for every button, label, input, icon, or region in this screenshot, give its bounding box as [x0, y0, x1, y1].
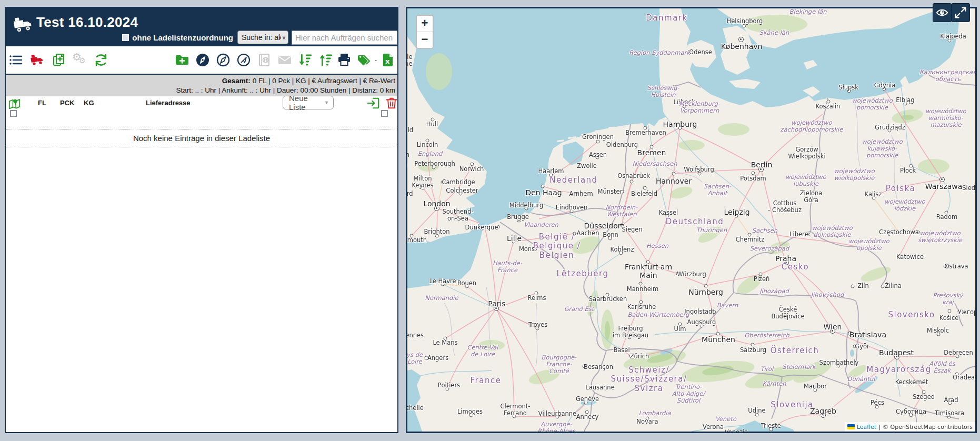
city-marker: [956, 355, 959, 358]
map-canvas[interactable]: DanmarkNederlandBelgië / Belgique / Belg…: [407, 8, 975, 432]
capital-marker: [939, 177, 945, 182]
truck-logo-icon: [12, 15, 35, 36]
address-book-icon: [256, 52, 273, 68]
city-marker: [853, 345, 857, 348]
city-marker: [683, 105, 686, 108]
city-marker: [752, 172, 755, 175]
import-to-list-icon[interactable]: [367, 96, 381, 112]
select-all-checkbox[interactable]: [10, 110, 17, 117]
capital-marker: [848, 331, 853, 336]
city-marker: [621, 224, 624, 227]
panel-header: Test 16.10.2024 ohne Ladelistenzuordnung…: [6, 8, 397, 46]
city-marker: [948, 309, 952, 313]
route-summary: Start: .. : Uhr | Ankunft: .. : Uhr | Da…: [6, 86, 395, 95]
empty-list-message: Noch keine Einträge in dieser Ladeliste: [6, 129, 397, 147]
truck-list-icon[interactable]: [29, 52, 46, 68]
sort-descending-icon[interactable]: [297, 52, 314, 68]
without-list-assignment-checkbox[interactable]: [122, 34, 129, 41]
city-marker: [471, 163, 474, 166]
city-marker: [769, 428, 773, 432]
capital-marker: [494, 306, 499, 311]
map-visibility-eye-button[interactable]: [933, 3, 952, 22]
city-marker: [536, 327, 539, 330]
zoom-out-button[interactable]: −: [417, 32, 433, 48]
capital-marker: [434, 206, 439, 211]
city-marker: [573, 232, 576, 236]
city-marker: [639, 282, 643, 286]
city-marker: [676, 272, 680, 276]
city-marker: [549, 174, 553, 177]
navigate-icon[interactable]: [235, 52, 252, 68]
city-marker: [759, 273, 763, 276]
row-select-checkbox[interactable]: [381, 110, 388, 117]
search-input[interactable]: [292, 31, 397, 45]
city-marker: [517, 219, 521, 223]
city-marker: [639, 300, 643, 304]
tags-icon[interactable]: [355, 52, 372, 68]
email-icon: [276, 52, 293, 68]
totals-summary: Gesamt: 0 FL | 0 Pck | KG | € Auftragswe…: [6, 75, 397, 96]
list-menu-icon[interactable]: [7, 52, 24, 68]
compass-outline-icon[interactable]: [215, 52, 232, 68]
print-icon[interactable]: [336, 52, 353, 68]
map-fullscreen-button[interactable]: [951, 3, 970, 22]
capital-marker: [758, 167, 764, 172]
city-marker: [837, 364, 841, 368]
capital-marker: [894, 354, 899, 359]
city-marker: [606, 293, 609, 297]
ukraine-flag-icon: [847, 424, 855, 429]
city-marker: [688, 50, 692, 54]
table-header: FL PCK KG Lieferadresse Neue Liste▼: [6, 96, 397, 129]
city-marker: [872, 196, 876, 200]
city-marker: [947, 415, 951, 419]
city-marker: [421, 186, 425, 190]
toolbar-dash: -: [375, 56, 377, 64]
city-marker: [644, 126, 647, 130]
chevron-down-icon: ∨: [282, 35, 286, 41]
loading-list-panel: Test 16.10.2024 ohne Ladelistenzuordnung…: [5, 7, 398, 433]
list-selector-dropdown[interactable]: Neue Liste▼: [283, 96, 334, 109]
city-marker: [945, 211, 948, 215]
city-marker: [646, 260, 650, 264]
zoom-in-button[interactable]: +: [417, 16, 433, 32]
city-marker: [948, 402, 952, 405]
leaflet-link[interactable]: Leaflet: [857, 424, 876, 430]
city-marker: [630, 180, 634, 184]
city-marker: [541, 185, 545, 188]
city-marker: [629, 355, 633, 358]
city-marker: [875, 405, 879, 409]
city-marker: [570, 192, 574, 196]
city-marker: [585, 410, 589, 414]
city-marker: [535, 292, 538, 295]
city-marker: [459, 192, 463, 196]
capital-marker: [830, 328, 835, 334]
excel-export-icon[interactable]: x: [379, 52, 396, 68]
map-panel: DanmarkNederlandBelgië / Belgique / Belg…: [406, 7, 977, 433]
city-marker: [534, 247, 537, 251]
city-marker: [904, 102, 907, 106]
sort-ascending-icon[interactable]: [317, 52, 334, 68]
city-marker: [628, 336, 632, 339]
folder-add-icon[interactable]: [174, 52, 191, 68]
city-marker: [851, 285, 855, 288]
city-marker: [650, 145, 654, 149]
city-marker: [596, 156, 599, 159]
city-marker: [496, 225, 500, 229]
capital-marker: [821, 413, 826, 418]
city-marker: [698, 172, 702, 176]
city-marker: [446, 387, 449, 391]
city-marker: [883, 87, 886, 91]
compass-filled-icon[interactable]: [194, 52, 211, 68]
city-marker: [700, 324, 704, 328]
search-scope-select[interactable]: Suche in: akt∨: [237, 31, 288, 44]
city-marker: [743, 24, 746, 28]
refresh-icon[interactable]: [93, 52, 109, 68]
city-marker: [922, 390, 926, 394]
settings-gears-icon: ⚙⚙: [72, 52, 88, 68]
copy-document-add-icon[interactable]: [51, 52, 67, 68]
city-marker: [955, 373, 959, 376]
city-marker: [827, 100, 831, 104]
city-marker: [748, 233, 752, 237]
osm-attribution: © OpenStreetMap contributors: [883, 424, 973, 430]
city-marker: [444, 337, 447, 340]
